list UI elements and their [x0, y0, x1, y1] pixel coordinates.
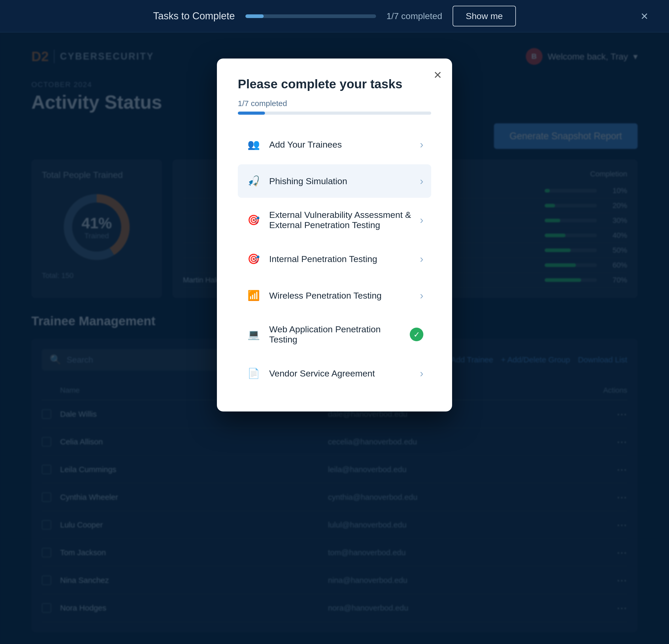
top-bar-label: Tasks to Complete: [153, 11, 235, 22]
task-chevron-icon: ›: [420, 214, 423, 226]
task-label: Vendor Service Agreement: [269, 368, 420, 378]
modal-title: Please complete your tasks: [238, 77, 431, 91]
task-chevron-icon: ›: [420, 175, 423, 187]
modal-progress-fill: [238, 112, 265, 115]
task-icon: 🎯: [246, 251, 261, 267]
task-check-icon: ✓: [410, 328, 423, 341]
task-label: Add Your Trainees: [269, 140, 420, 150]
top-bar-progress-track: [245, 14, 376, 18]
show-me-button[interactable]: Show me: [453, 6, 516, 26]
modal-progress-track: [238, 112, 431, 115]
task-item-web-app-pen[interactable]: 💻 Web Application Penetration Testing ✓: [238, 315, 431, 354]
main-container: D2 CYBERSECURITY B Welcome back, Tray ▾ …: [0, 32, 669, 644]
top-bar-close-button[interactable]: ×: [641, 9, 648, 23]
task-item-ext-vuln[interactable]: 🎯 External Vulnerability Assessment & Ex…: [238, 201, 431, 239]
tasks-modal: × Please complete your tasks 1/7 complet…: [217, 58, 452, 412]
task-item-phishing-sim[interactable]: 🎣 Phishing Simulation ›: [238, 164, 431, 198]
modal-close-button[interactable]: ×: [434, 68, 442, 82]
task-icon: 👥: [246, 137, 261, 152]
task-label: Web Application Penetration Testing: [269, 324, 410, 345]
task-chevron-icon: ›: [420, 253, 423, 265]
top-bar-completed-label: 1/7 completed: [386, 11, 442, 21]
task-label: Internal Penetration Testing: [269, 254, 420, 264]
task-label: Wireless Penetration Testing: [269, 290, 420, 301]
top-bar-progress-fill: [245, 14, 264, 18]
top-bar: Tasks to Complete 1/7 completed Show me …: [0, 0, 669, 32]
task-item-add-trainees[interactable]: 👥 Add Your Trainees ›: [238, 128, 431, 161]
task-item-wireless-pen[interactable]: 📶 Wireless Penetration Testing ›: [238, 279, 431, 312]
modal-overlay: × Please complete your tasks 1/7 complet…: [0, 32, 669, 644]
task-items-list: 👥 Add Your Trainees › 🎣 Phishing Simulat…: [238, 128, 431, 390]
modal-progress-label: 1/7 completed: [238, 99, 431, 108]
task-icon: 🎣: [246, 173, 261, 189]
task-icon: 📶: [246, 288, 261, 303]
task-item-int-pen[interactable]: 🎯 Internal Penetration Testing ›: [238, 242, 431, 276]
task-icon: 💻: [246, 327, 261, 342]
task-chevron-icon: ›: [420, 139, 423, 151]
task-label: External Vulnerability Assessment & Exte…: [269, 210, 420, 230]
task-icon: 🎯: [246, 212, 261, 228]
task-icon: 📄: [246, 366, 261, 381]
task-label: Phishing Simulation: [269, 176, 420, 186]
task-chevron-icon: ›: [420, 368, 423, 380]
task-chevron-icon: ›: [420, 290, 423, 301]
task-item-vendor-svc[interactable]: 📄 Vendor Service Agreement ›: [238, 357, 431, 390]
